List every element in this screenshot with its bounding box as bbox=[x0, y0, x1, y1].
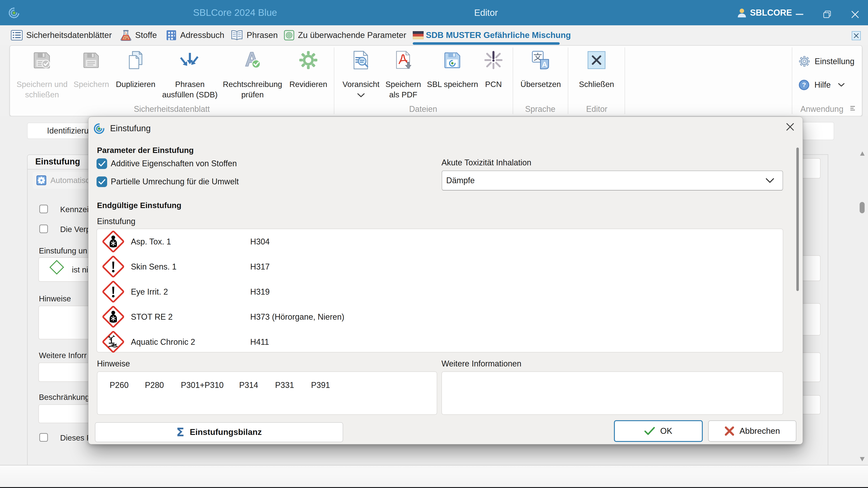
classification-balance-button[interactable]: Σ Einstufungsbilanz bbox=[95, 422, 343, 442]
einstufung-panel-header: Einstufung bbox=[35, 157, 80, 166]
preview-button[interactable]: Voransicht bbox=[340, 47, 382, 98]
ghs-health-hazard-icon bbox=[102, 306, 124, 328]
einstufung-und-label: Einstufung un bbox=[39, 246, 87, 255]
restore-button[interactable] bbox=[817, 2, 838, 27]
auto-gear-icon bbox=[36, 175, 46, 185]
scroll-up-arrow[interactable] bbox=[860, 151, 865, 156]
more-info-box[interactable] bbox=[441, 371, 783, 415]
chevron-down-icon bbox=[357, 93, 365, 98]
title-bar: SBLCore 2024 Blue Editor SBLCORE bbox=[0, 0, 868, 25]
save-sbl-button[interactable]: SBL speichern bbox=[428, 47, 477, 90]
params-section-heading: Parameter der Einstufung bbox=[97, 146, 194, 155]
revise-button[interactable]: Revidieren bbox=[289, 47, 328, 90]
inhalation-value: Dämpfe bbox=[446, 176, 475, 185]
ribbon-separator bbox=[513, 47, 513, 114]
classification-listbox[interactable]: Asp. Tox. 1 H304 Skin Sens. 1 H317 Eye bbox=[96, 229, 783, 352]
ghs-health-hazard-icon bbox=[102, 231, 124, 252]
classification-row[interactable]: STOT RE 2 H373 (Hörorgane, Nieren) bbox=[97, 304, 783, 329]
taskbar-edge bbox=[0, 487, 868, 488]
scroll-down-arrow[interactable] bbox=[860, 457, 865, 462]
tab-adressbuch[interactable]: Adressbuch bbox=[166, 25, 224, 45]
verpackung-checkbox[interactable] bbox=[39, 225, 48, 233]
kennzeichnung-checkbox[interactable] bbox=[39, 205, 48, 213]
dieses-produkt-checkbox[interactable] bbox=[39, 433, 48, 442]
dialog-close-icon[interactable] bbox=[786, 123, 794, 131]
tab-stoffe[interactable]: Stoffe bbox=[120, 25, 157, 45]
p-code[interactable]: P314 bbox=[239, 381, 258, 390]
p-code[interactable]: P280 bbox=[145, 381, 164, 390]
ribbon-separator bbox=[625, 47, 625, 114]
settings-label: Einstellung bbox=[815, 57, 855, 66]
minimize-button[interactable] bbox=[789, 2, 810, 27]
user-name: SBLCORE bbox=[750, 0, 792, 25]
inhalation-label: Akute Toxizität Inhalation bbox=[441, 158, 531, 167]
p-code[interactable]: P391 bbox=[311, 381, 330, 390]
partielle-checkbox-label[interactable]: Partielle Umrechung für die Umwelt bbox=[111, 177, 239, 186]
tab-sicherheitsdatenblaetter[interactable]: Sicherheitsdatenblätter bbox=[11, 25, 112, 45]
group-label-dateien: Dateien bbox=[401, 104, 446, 114]
additive-checkbox-label[interactable]: Additive Eigenschaften von Stoffen bbox=[111, 159, 237, 168]
hints-box[interactable]: P260 P280 P301+P310 P314 P331 P391 bbox=[97, 371, 437, 415]
check-icon bbox=[645, 427, 655, 435]
tab-label: Stoffe bbox=[135, 31, 157, 40]
ribbon-separator bbox=[792, 47, 792, 114]
sds-list-icon bbox=[11, 30, 23, 40]
window-title: Editor bbox=[452, 0, 520, 25]
dialog-scrollbar[interactable] bbox=[796, 148, 799, 291]
chevron-down-icon bbox=[765, 178, 774, 183]
close-document-tab-button[interactable] bbox=[852, 31, 861, 40]
fill-phrases-button[interactable]: Phrasenausfüllen (SDB) bbox=[161, 47, 219, 100]
classification-row[interactable]: Skin Sens. 1 H317 bbox=[97, 254, 783, 279]
save-button[interactable]: Speichern bbox=[72, 47, 111, 90]
pdf-icon bbox=[393, 50, 413, 70]
help-button[interactable]: ? Hilfe bbox=[799, 79, 845, 90]
classification-list-label: Einstufung bbox=[97, 217, 135, 226]
save-and-close-button[interactable]: Speichern undschließen bbox=[17, 47, 67, 100]
ok-button[interactable]: OK bbox=[614, 420, 703, 442]
gear-icon bbox=[799, 56, 810, 67]
tab-label: Sicherheitsdatenblätter bbox=[26, 31, 112, 40]
partielle-checkbox[interactable] bbox=[96, 176, 107, 187]
sigma-icon: Σ bbox=[176, 425, 184, 439]
right-panel-border bbox=[828, 154, 828, 465]
group-dialog-launcher-icon[interactable] bbox=[850, 105, 855, 111]
pcn-button[interactable]: PCN bbox=[480, 47, 507, 90]
scrollbar-thumb[interactable] bbox=[860, 202, 865, 213]
final-section-heading: Endgültige Einstufung bbox=[97, 201, 181, 210]
tab-phrasen[interactable]: Phrasen bbox=[231, 25, 278, 45]
group-label-sicherheitsdatenblatt: Sicherheitsdatenblatt bbox=[127, 104, 217, 114]
active-tab-underline bbox=[413, 42, 560, 45]
x-icon bbox=[725, 426, 734, 436]
spellcheck-button[interactable]: Rechtschreibungprüfen bbox=[222, 47, 283, 100]
save-check-icon bbox=[32, 50, 52, 70]
additive-checkbox[interactable] bbox=[96, 158, 107, 169]
german-flag-icon bbox=[413, 31, 424, 39]
app-logo-icon bbox=[8, 7, 20, 19]
translate-button[interactable]: A Übersetzen bbox=[520, 47, 561, 90]
duplicate-button[interactable]: Duplizieren bbox=[115, 47, 156, 90]
inhalation-select[interactable]: Dämpfe bbox=[442, 170, 783, 191]
pcn-burst-icon bbox=[484, 50, 503, 70]
dialog-title: Einstufung bbox=[110, 124, 151, 133]
classification-row[interactable]: Asp. Tox. 1 H304 bbox=[97, 229, 783, 254]
subtab-label: Identifizieru bbox=[47, 126, 89, 135]
tab-parameter[interactable]: Zu überwachende Parameter bbox=[284, 25, 406, 45]
cancel-button[interactable]: Abbrechen bbox=[708, 420, 796, 442]
more-info-label: Weitere Informationen bbox=[441, 359, 522, 368]
classification-row[interactable]: Aquatic Chronic 2 H411 bbox=[97, 329, 783, 355]
close-editor-button[interactable]: Schließen bbox=[577, 47, 616, 90]
tab-label: Phrasen bbox=[247, 31, 278, 40]
settings-button[interactable]: Einstellung bbox=[799, 56, 855, 67]
close-window-button[interactable] bbox=[844, 2, 866, 27]
classification-row[interactable]: Eye Irrit. 2 H319 bbox=[97, 279, 783, 304]
auto-classification-label: Automatisc bbox=[51, 176, 90, 185]
sbl-floppy-icon bbox=[442, 50, 463, 70]
group-label-anwendung: Anwendung bbox=[800, 104, 843, 114]
p-code[interactable]: P260 bbox=[110, 381, 129, 390]
preview-doc-icon bbox=[351, 50, 371, 70]
tab-label: Adressbuch bbox=[180, 31, 224, 40]
save-as-pdf-button[interactable]: Speichernals PDF bbox=[383, 47, 424, 100]
p-code[interactable]: P301+P310 bbox=[181, 381, 223, 390]
close-icon bbox=[854, 33, 859, 38]
p-code[interactable]: P331 bbox=[275, 381, 294, 390]
